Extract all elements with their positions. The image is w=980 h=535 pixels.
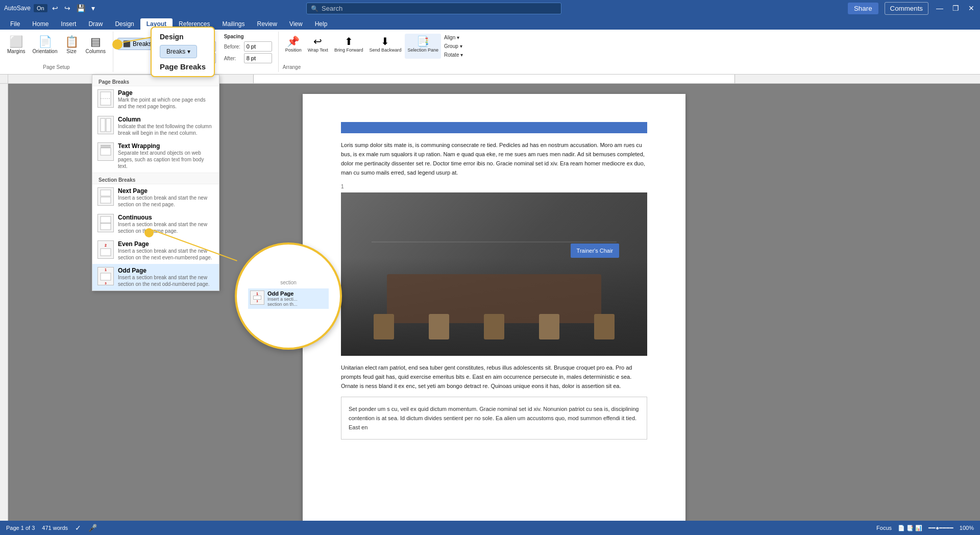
even-page-text: Even Page Insert a section break and sta… <box>118 240 214 261</box>
status-left: Page 1 of 3 471 words ✓ 🎤 <box>6 524 97 532</box>
breaks-dropdown: Page Breaks Page Mark the point at which… <box>92 75 219 291</box>
minimize-icon[interactable]: — <box>935 4 945 12</box>
size-button[interactable]: 📋 Size <box>62 34 82 64</box>
orientation-icon: 📄 <box>38 35 52 48</box>
dropdown-item-odd-page[interactable]: 1 3 Odd Page Insert a section break and … <box>92 264 219 290</box>
columns-button[interactable]: ▤ Columns <box>83 34 109 64</box>
dropdown-item-next-page[interactable]: Next Page Insert a section break and sta… <box>92 184 219 211</box>
callout-dot-1 <box>112 39 122 50</box>
dropdown-item-page[interactable]: Page Mark the point at which one page en… <box>92 86 219 113</box>
text-wrapping-text: Text Wrapping Separate text around objec… <box>118 142 214 169</box>
doc-header-bar <box>341 122 647 133</box>
tab-review[interactable]: Review <box>251 18 283 30</box>
doc-body-text-1: Loris sump dolor sits mate is, is commun… <box>341 140 647 178</box>
rotate-button[interactable]: Rotate ▾ <box>442 51 465 59</box>
doc-image-container: Trainer's Chair <box>341 192 647 356</box>
title-bar-left: AutoSave On ↩ ↪ 💾 ▾ <box>4 4 96 12</box>
text-wrapping-name: Text Wrapping <box>118 142 214 150</box>
zoom-odd-icon: 1 3 <box>250 290 264 305</box>
search-icon: 🔍 <box>311 5 318 12</box>
zoom-slider[interactable]: ━━●━━━━ <box>928 525 953 531</box>
tab-file[interactable]: File <box>4 18 26 30</box>
dropdown-item-continuous[interactable]: Continuous Insert a section break and st… <box>92 211 219 237</box>
arrange-label: Arrange <box>283 64 465 70</box>
speech-icon[interactable]: 🎤 <box>88 524 97 532</box>
size-icon: 📋 <box>65 35 79 48</box>
zoom-bubble: section 1 3 Odd Page Insert a secti...se… <box>235 242 342 350</box>
comments-button[interactable]: Comments <box>885 2 928 15</box>
even-page-icon: 2 <box>97 240 114 259</box>
tab-help[interactable]: Help <box>309 18 334 30</box>
restore-icon[interactable]: ❐ <box>951 4 961 12</box>
focus-label[interactable]: Focus <box>876 525 892 531</box>
ruler-corner <box>0 75 8 83</box>
spacing-section: Spacing Before: After: <box>224 34 272 64</box>
status-right: Focus 📄 📑 📊 ━━●━━━━ 100% <box>876 525 974 531</box>
selection-pane-button[interactable]: 📑 Selection Pane <box>405 34 441 59</box>
zoom-section-label: section <box>248 280 329 285</box>
continuous-icon <box>97 214 114 232</box>
margins-button[interactable]: ⬜ Margins <box>4 34 29 64</box>
spacing-before-input[interactable] <box>244 41 272 52</box>
autosave-toggle[interactable]: On <box>34 4 47 12</box>
page-setup-label: Page Setup <box>4 64 109 70</box>
callout-dot-2 <box>144 228 154 237</box>
tab-draw[interactable]: Draw <box>82 18 109 30</box>
next-page-name: Next Page <box>118 187 214 194</box>
column-break-icon <box>97 116 114 134</box>
zoom-odd-text: Odd Page Insert a secti...section on th.… <box>267 290 298 307</box>
wrap-text-icon: ↩ <box>313 35 322 47</box>
text-wrapping-desc: Separate text around objects on web page… <box>118 150 214 169</box>
tab-home[interactable]: Home <box>26 18 55 30</box>
redo-icon[interactable]: ↪ <box>63 4 72 12</box>
dropdown-item-column[interactable]: Column Indicate that the text following … <box>92 113 219 139</box>
undo-icon[interactable]: ↩ <box>51 4 60 12</box>
columns-icon: ▤ <box>90 35 101 48</box>
even-page-desc: Insert a section break and start the new… <box>118 248 214 261</box>
odd-page-text: Odd Page Insert a section break and star… <box>118 267 214 287</box>
more-tools-icon[interactable]: ▾ <box>90 4 96 12</box>
continuous-desc: Insert a section break and start the new… <box>118 221 214 234</box>
vertical-ruler <box>0 84 8 521</box>
page-info: Page 1 of 3 <box>6 525 35 531</box>
bring-forward-button[interactable]: ⬆ Bring Forward <box>332 34 366 59</box>
dropdown-item-text-wrapping[interactable]: Text Wrapping Separate text around objec… <box>92 139 219 173</box>
search-bar-container: 🔍 <box>306 3 561 14</box>
next-page-icon <box>97 187 114 206</box>
page-break-text: Page Mark the point at which one page en… <box>118 89 214 110</box>
page-break-icon <box>97 89 114 108</box>
send-backward-icon: ⬇ <box>381 35 389 47</box>
svg-rect-4 <box>101 148 111 155</box>
page-setup-group: ⬜ Margins 📄 Orientation 📋 Size ▤ Columns… <box>0 32 113 72</box>
tab-insert[interactable]: Insert <box>55 18 82 30</box>
dropdown-item-even-page[interactable]: 2 Even Page Insert a section break and s… <box>92 237 219 264</box>
share-button[interactable]: Share <box>848 3 878 14</box>
wrap-text-button[interactable]: ↩ Wrap Text <box>305 34 331 59</box>
svg-rect-12 <box>101 273 111 280</box>
tab-view[interactable]: View <box>283 18 309 30</box>
spacing-after-input[interactable] <box>244 53 272 63</box>
odd-page-desc: Insert a section break and start the new… <box>118 274 214 287</box>
group-button[interactable]: Group ▾ <box>442 42 465 50</box>
bring-forward-icon: ⬆ <box>345 35 353 47</box>
svg-rect-7 <box>101 190 111 196</box>
tab-mailings[interactable]: Mailings <box>216 18 251 30</box>
page-break-name: Page <box>118 89 214 96</box>
save-icon[interactable]: 💾 <box>75 4 87 12</box>
svg-rect-11 <box>101 249 111 256</box>
position-button[interactable]: 📌 Position <box>283 34 304 59</box>
breaks-bubble-btn[interactable]: Breaks ▾ <box>160 45 197 58</box>
close-icon[interactable]: ✕ <box>967 4 976 12</box>
zoom-odd-page-item: 1 3 Odd Page Insert a secti...section on… <box>248 288 329 309</box>
margins-icon: ⬜ <box>9 35 23 48</box>
proofing-icon[interactable]: ✓ <box>75 524 81 532</box>
continuous-name: Continuous <box>118 214 214 221</box>
search-input[interactable] <box>322 5 526 12</box>
send-backward-button[interactable]: ⬇ Send Backward <box>366 34 404 59</box>
arrange-group: 📌 Position ↩ Wrap Text ⬆ Bring Forward ⬇… <box>279 32 470 72</box>
orientation-button[interactable]: 📄 Orientation <box>30 34 61 64</box>
align-button[interactable]: Align ▾ <box>442 34 465 41</box>
tab-design[interactable]: Design <box>109 18 140 30</box>
svg-rect-8 <box>101 197 111 203</box>
section-breaks-title: Section Breaks <box>92 173 219 184</box>
